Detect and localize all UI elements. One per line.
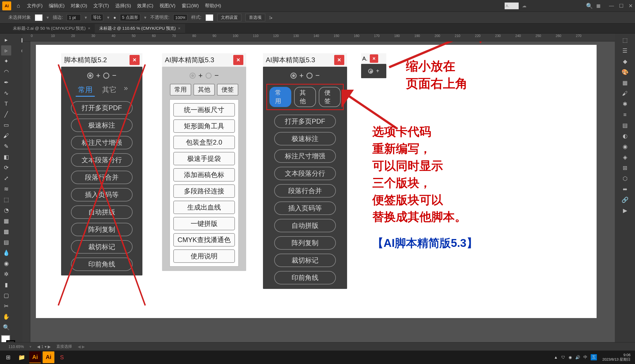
zoom-level[interactable]: 110.65%	[8, 344, 24, 349]
fill-swatch[interactable]	[35, 14, 43, 21]
uniform-dropdown[interactable]: 等比	[91, 14, 103, 21]
script-button[interactable]: 包装盒型2.0	[173, 136, 235, 149]
preferences-button[interactable]: 首选项	[245, 14, 265, 21]
menu-view[interactable]: 视图(V)	[157, 1, 178, 10]
tray-ime-icon[interactable]: 五	[591, 354, 597, 360]
taskbar-ai-app-2[interactable]: Ai	[43, 351, 54, 363]
opacity-input[interactable]	[173, 14, 187, 21]
close-icon[interactable]: ×	[178, 26, 181, 31]
menu-type[interactable]: 文字(T)	[91, 1, 112, 10]
close-button[interactable]: ×	[334, 55, 344, 65]
rectangle-tool[interactable]: ▭	[1, 120, 11, 130]
line-tool[interactable]: ╱	[1, 109, 11, 119]
swatches-panel-icon[interactable]: ▦	[620, 78, 630, 87]
slice-tool[interactable]: ✂	[1, 301, 11, 311]
script-button[interactable]: 打开多页PDF	[71, 101, 133, 115]
menu-select[interactable]: 选择(S)	[112, 1, 134, 10]
script-button[interactable]: 文本段落分行	[274, 167, 336, 180]
scale-tool[interactable]: ⤢	[1, 173, 11, 183]
taskbar-file-explorer[interactable]: 📁	[16, 351, 27, 363]
script-button[interactable]: 标注尺寸增强	[274, 149, 336, 163]
layers-panel-icon[interactable]: ☰	[620, 46, 630, 55]
script-button[interactable]: 统一画板尺寸	[173, 103, 235, 117]
radio-icon[interactable]	[87, 73, 93, 79]
radio-icon[interactable]	[290, 73, 297, 79]
document-setup-button[interactable]: 文档设置	[217, 14, 241, 21]
transform-panel-icon[interactable]: ⬌	[620, 184, 630, 194]
search-icon[interactable]: 🔍	[586, 3, 593, 9]
cloud-icon[interactable]: ☁	[522, 3, 527, 8]
doc-tab-0[interactable]: 未标题-2.ai @ 50 % (CMYK/CPU 预览)×	[8, 24, 95, 33]
script-button[interactable]: 生成出血线	[173, 201, 235, 214]
align-panel-icon[interactable]: ⊞	[620, 163, 630, 173]
close-button[interactable]: ×	[233, 55, 243, 65]
script-button[interactable]: 极速手提袋	[173, 152, 235, 165]
symbol-sprayer-tool[interactable]: ✲	[1, 269, 11, 279]
paintbrush-tool[interactable]: 🖌	[1, 131, 11, 141]
script-button[interactable]: 使用说明	[173, 249, 235, 263]
gradient-tool[interactable]: ▤	[1, 237, 11, 247]
tab-common[interactable]: 常用	[170, 84, 191, 96]
magic-wand-tool[interactable]: ✦	[1, 56, 11, 66]
selection-tool[interactable]: ▸	[1, 35, 11, 45]
menu-object[interactable]: 对象(O)	[68, 1, 90, 10]
script-button[interactable]: 极速标注	[274, 132, 336, 145]
align-icon[interactable]: ⟟▸	[269, 15, 273, 20]
brush-dropdown[interactable]: 5 点圆形	[120, 14, 140, 21]
properties-panel-icon[interactable]: ⬚	[620, 35, 630, 45]
script-button[interactable]: 自动拼版	[274, 219, 336, 232]
script-button[interactable]: 一键拼版	[173, 217, 235, 230]
gradient-panel-icon[interactable]: ▤	[620, 120, 630, 130]
script-button[interactable]: 阵列复制	[71, 223, 133, 236]
script-button[interactable]: 矩形圆角工具	[173, 119, 235, 133]
style-swatch[interactable]	[205, 14, 213, 21]
artboard-nav[interactable]: ◀ 1 ▾ ▶	[37, 344, 50, 349]
column-graph-tool[interactable]: ▮	[1, 280, 11, 290]
artboard-tool[interactable]: ▢	[1, 290, 11, 300]
window-minimize[interactable]: —	[609, 3, 614, 9]
home-icon[interactable]: ⌂	[17, 3, 20, 9]
script-button[interactable]: 段落行合并	[71, 171, 133, 184]
workspace-switcher-icon[interactable]: ▦	[596, 3, 601, 8]
tab-notes[interactable]: 便签	[319, 87, 341, 107]
links-panel-icon[interactable]: 🔗	[620, 195, 630, 205]
pen-tool[interactable]: ✒	[1, 77, 11, 87]
actions-panel-icon[interactable]: ▶	[620, 206, 630, 215]
menu-file[interactable]: 文件(F)	[24, 1, 45, 10]
script-button[interactable]: 自动拼版	[71, 205, 133, 219]
mesh-tool[interactable]: ▩	[1, 226, 11, 237]
script-button[interactable]: 段落行合并	[274, 184, 336, 198]
hand-tool[interactable]: ✋	[1, 312, 11, 322]
script-button[interactable]: 打开多页PDF	[274, 115, 336, 128]
script-button[interactable]: 阵列复制	[274, 236, 336, 250]
script-button[interactable]: 添加画稿色标	[173, 168, 235, 182]
free-transform-tool[interactable]: ⬚	[1, 194, 11, 205]
rotate-tool[interactable]: ⟳	[1, 163, 11, 173]
tab-common[interactable]: 常用	[269, 87, 291, 107]
script-button[interactable]: CMYK查找潘通色	[173, 233, 235, 247]
radio-icon[interactable]	[205, 73, 212, 79]
radio-icon[interactable]	[190, 73, 196, 79]
transparency-panel-icon[interactable]: ◐	[620, 131, 630, 141]
tray-icon[interactable]: ▲	[554, 355, 558, 360]
tab-notes[interactable]: 便签	[217, 84, 238, 96]
color-panel-icon[interactable]: 🎨	[620, 67, 630, 77]
tray-volume-icon[interactable]: 🔊	[575, 355, 580, 360]
header-search-input[interactable]	[505, 3, 519, 9]
libraries-panel-icon[interactable]: ◆	[620, 57, 630, 66]
shape-builder-tool[interactable]: ◔	[1, 205, 11, 215]
stroke-panel-icon[interactable]: ≡	[620, 110, 630, 119]
script-button[interactable]: 多段路径连接	[173, 184, 235, 198]
tray-icon[interactable]: 🛡	[561, 355, 565, 360]
window-close[interactable]: ✕	[629, 3, 633, 9]
script-button[interactable]: 标注尺寸增强	[71, 136, 133, 149]
eraser-tool[interactable]: ◧	[1, 152, 11, 162]
taskbar-ai-app[interactable]: Ai	[29, 351, 41, 363]
start-button[interactable]: ⊞	[2, 351, 14, 363]
canvas[interactable]: 脚本精简版5.2 × + − 常用 其它 »	[30, 41, 615, 342]
graphic-styles-panel-icon[interactable]: ◈	[620, 152, 630, 162]
script-button[interactable]: 裁切标记	[274, 254, 336, 267]
tab-other[interactable]: 其它	[100, 84, 119, 97]
curvature-tool[interactable]: ∿	[1, 88, 11, 98]
shaper-tool[interactable]: ✎	[1, 141, 11, 151]
